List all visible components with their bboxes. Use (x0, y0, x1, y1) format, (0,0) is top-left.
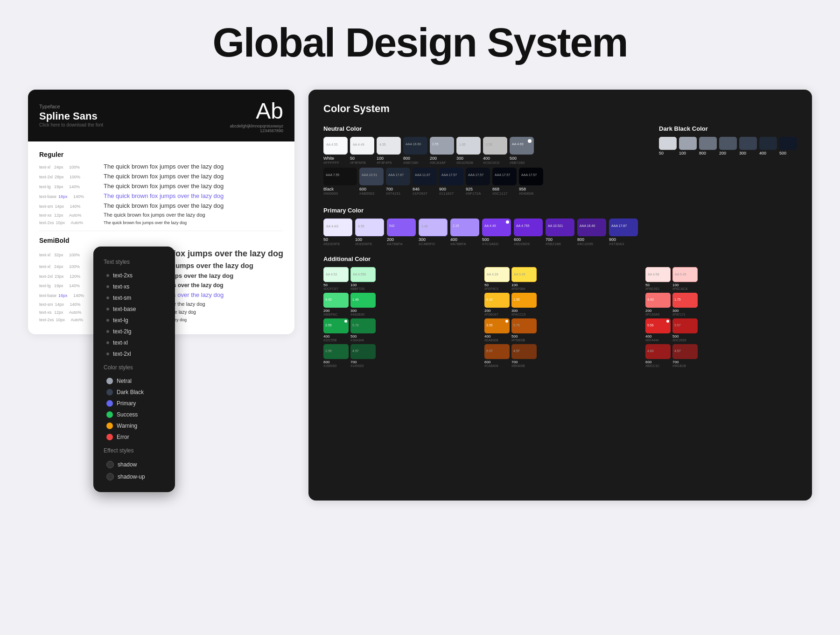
panel-color-primary[interactable]: Primary (104, 398, 165, 409)
color-number: 846 (413, 187, 437, 191)
color-chip: AA 4.52 50 #DCFCE7 (323, 267, 349, 290)
color-number: 800 (699, 151, 717, 155)
effect-items: shadow shadow-up (104, 459, 165, 483)
color-info: 900 #111827 (439, 187, 463, 196)
color-hex: #9CA3AF (430, 161, 454, 165)
color-number: 100 (679, 151, 697, 155)
success-row2: 4.43 200 #86EFAC 1.46 (323, 293, 475, 316)
color-swatch: AAA 17.57 (492, 168, 517, 185)
dark-black-title: Dark Black Color (659, 125, 797, 132)
color-number: 400 (323, 334, 349, 339)
color-number: 700 (672, 360, 698, 364)
panel-item-text-2xl[interactable]: text-2xl (104, 348, 165, 360)
error-row2: 4.43 200 #FCA5A5 1.75 (645, 293, 797, 316)
color-chip: AAA 10.51 600 #4B5563 (359, 168, 384, 196)
swatch-badge: AAA 10.51 (362, 173, 377, 176)
color-hex: #FEF08A (511, 287, 537, 290)
swatch-badge: 5.57 (674, 324, 681, 327)
type-meta: text-2xl23px120% (39, 274, 100, 279)
color-hex: #4ADE80 (350, 313, 376, 316)
color-number: 500 (482, 237, 511, 242)
effect-shadow-up[interactable]: shadow-up (104, 471, 165, 483)
swatch-badge: 542 (389, 224, 395, 227)
color-swatch (679, 137, 697, 150)
color-dot-netral (106, 378, 113, 384)
panel-item-text-base[interactable]: text-base (104, 303, 165, 315)
color-info: 500 #DC2626 (672, 334, 698, 342)
color-number: 600 (645, 360, 671, 364)
effect-shadow[interactable]: shadow (104, 459, 165, 471)
color-hex: #EF4444 (645, 339, 671, 342)
color-info: Black #000000 (323, 187, 357, 196)
color-hex: #DCFCE7 (323, 287, 349, 290)
swatch-badge: 1.46 (352, 298, 359, 301)
panel-color-error[interactable]: Error (104, 431, 165, 443)
color-info: 100 #BBF7D0 (350, 283, 376, 290)
color-number: 50 (659, 151, 677, 155)
additional-section: Additional Color AA 4.52 50 #DCFCE7 (323, 255, 797, 367)
swatch-badge: AAA 17.57 (441, 173, 457, 176)
color-hex: #F87171 (672, 313, 698, 316)
color-swatch: 4.42 (484, 293, 510, 308)
color-number: 500 (510, 156, 534, 161)
panel-item-text-xl[interactable]: text-xl (104, 337, 165, 348)
color-number: 600 (323, 360, 349, 364)
color-info: 50 #FEF9C3 (484, 283, 510, 290)
panel-color-warning[interactable]: Warning (104, 420, 165, 431)
swatch-badge: AAA 7.55 (326, 173, 339, 176)
primary-title: Primary Color (323, 207, 797, 214)
panel-item-text-sm[interactable]: text-sm (104, 292, 165, 303)
color-swatch: 2.55 (323, 318, 349, 333)
color-number: 200 (645, 309, 671, 313)
color-hex: #14532D (350, 364, 376, 367)
color-info: 200 #FCA5A5 (645, 309, 671, 316)
type-row: text-base16px140% The quick brown fox ju… (39, 192, 283, 199)
color-hex: #000000 (323, 191, 357, 196)
swatch-badge: 1.95 (513, 298, 520, 301)
panel-item-text-2lg[interactable]: text-2lg (104, 326, 165, 337)
regular-title: Reguler (39, 151, 283, 158)
color-swatch: AAA 17.67 (386, 168, 410, 185)
color-hex: #86EFAC (323, 313, 349, 316)
color-chip: 3.55 400 #EAB308 (484, 318, 510, 342)
color-hex: #F3F4F6 (377, 161, 401, 165)
color-chip: AA 4.49 500 #7C3AED (482, 219, 511, 246)
color-swatch: 4.57 (672, 344, 698, 359)
type-meta: text-lg19px140% (39, 283, 100, 288)
color-swatch: 5.56 (645, 318, 671, 333)
color-chip: 5.76 500 #16A34A (350, 318, 376, 342)
page-title: Global Design System (212, 19, 627, 66)
swatch-badge: 2.55 (486, 143, 492, 146)
color-swatch: AA 4.49 (482, 219, 511, 236)
color-info: 100 #FEF08A (511, 283, 537, 290)
color-swatch: 2.25 (450, 219, 479, 236)
color-hex: #A78BFA (450, 242, 479, 246)
panel-item-text-xs[interactable]: text-xs (104, 281, 165, 292)
swatch-badge: AA 10.521 (548, 224, 563, 227)
color-swatch: 2.55 (483, 137, 507, 155)
color-swatch (699, 137, 717, 150)
color-number: 100 (672, 283, 698, 287)
panel-color-dark-black[interactable]: Dark Black (104, 387, 165, 398)
panel-item-text-lg[interactable]: text-lg (104, 315, 165, 326)
swatch-badge: AA 5.45 (675, 273, 686, 276)
color-hex: #C0C0C0 (483, 161, 507, 165)
color-chip: 4.55 100 #DDD6FE (355, 219, 384, 246)
color-hex: #1F2937 (413, 191, 437, 196)
color-chip: AA 4.AS 50 #EDE9FE (323, 219, 352, 246)
color-info: 868 #0C1117 (492, 187, 517, 196)
dark-black-chips: 50 100 800 (659, 137, 797, 155)
swatch-badge: 1.46 (421, 225, 428, 228)
color-number: 700 (350, 360, 376, 364)
color-info: 300 #FACC15 (511, 309, 537, 316)
color-info: 700 #991B1B (672, 360, 698, 367)
type-row: text-2xs10pxAuto% The quick brown fox ju… (39, 220, 283, 225)
typeface-download[interactable]: Click here to download the font (39, 122, 103, 127)
color-number: 400 (484, 334, 510, 339)
panel-color-netral[interactable]: Netral (104, 375, 165, 387)
color-hex: #B91C1C (645, 364, 671, 367)
panel-item-text-2xs[interactable]: text-2xs (104, 270, 165, 281)
color-swatch: AAA 16.46 (577, 219, 606, 236)
panel-color-success[interactable]: Success (104, 409, 165, 420)
color-info: 500 #16A34A (350, 334, 376, 342)
